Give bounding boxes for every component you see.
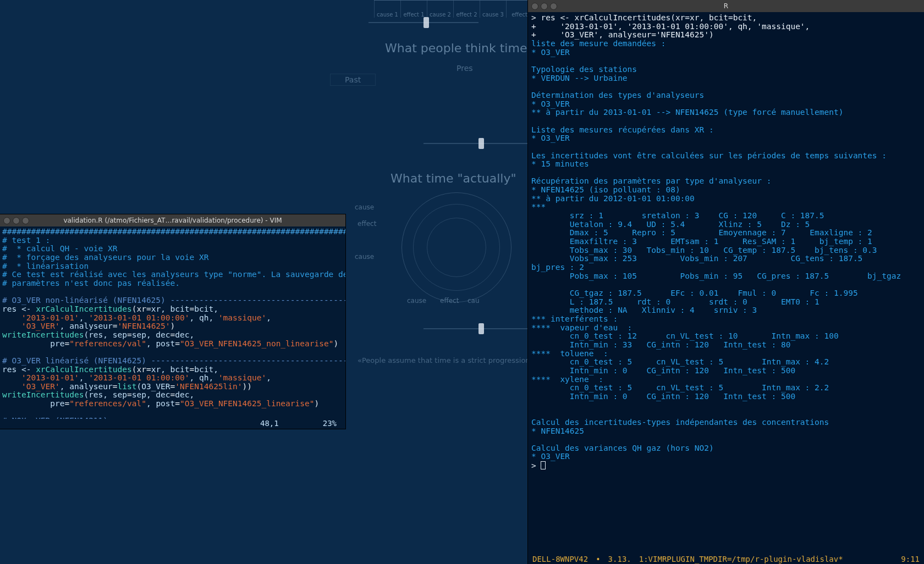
vim-editor[interactable]: ########################################… [0,226,345,419]
r-title: R [528,2,924,10]
r-status-host: DELL-8WNPV42 [532,555,588,563]
wallpaper-quote: «People assume that time is a strict pro… [358,356,534,366]
vim-window[interactable]: validation.R (/atmo/Fichiers_AT…ravail/v… [0,214,345,429]
vim-titlebar[interactable]: validation.R (/atmo/Fichiers_AT…ravail/v… [0,214,345,226]
r-console[interactable]: > res <- xrCalculIncertitudes(xr=xr, bci… [528,12,924,554]
wallpaper-heading-2: What time "actually" [391,172,516,185]
r-console-window[interactable]: R > res <- xrCalculIncertitudes(xr=xr, b… [528,0,924,564]
r-status-version: 3.13. [608,555,631,563]
r-status-time: 9:11 [901,555,920,563]
vim-cursor-pos: 48,1 [260,419,279,429]
vim-title: validation.R (/atmo/Fichiers_AT…ravail/v… [0,217,345,224]
wallpaper-past-label: Past [330,74,376,86]
wallpaper-heading-1: What people think time [385,41,527,55]
vim-scroll-pct: 23% [323,419,337,429]
r-status-env: 1:VIMRPLUGIN_TMPDIR=/tmp/r-plugin-vladis… [639,555,894,563]
wallpaper-present-label: Pres [457,64,473,73]
vim-statusbar: 48,1 23% [0,419,345,429]
r-statusbar: DELL-8WNPV42 • 3.13. 1:VIMRPLUGIN_TMPDIR… [528,554,924,564]
wallpaper-timeball-icon [402,192,512,302]
r-titlebar[interactable]: R [528,0,924,12]
